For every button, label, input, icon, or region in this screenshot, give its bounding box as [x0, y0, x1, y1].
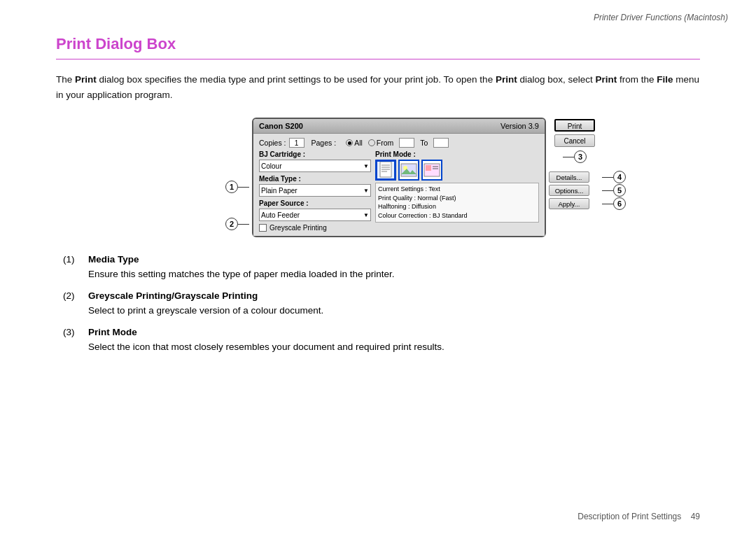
options-button[interactable]: Options... — [549, 185, 589, 196]
list-title-3: Print Mode — [88, 327, 137, 337]
dialog-titlebar: Canon S200 Version 3.9 — [253, 119, 545, 134]
media-value: Plain Paper — [261, 187, 298, 195]
page-title: Print Dialog Box — [56, 35, 700, 53]
bold-file: File — [657, 74, 673, 85]
list-content-1: Media Type Ensure this setting matches t… — [88, 253, 700, 282]
footer-text: Description of Print Settings — [578, 512, 681, 521]
from-input[interactable] — [399, 138, 414, 148]
bold-print-1: Print — [75, 74, 97, 85]
copies-input[interactable]: 1 — [289, 138, 304, 148]
print-cancel-buttons: Print Cancel — [554, 119, 595, 147]
callout-2-container: 2 — [225, 218, 249, 230]
bold-print-3: Print — [595, 74, 617, 85]
callout-4-line — [602, 177, 613, 178]
callout-6-line — [602, 204, 613, 204]
all-radio-dot — [346, 139, 353, 146]
print-dialog-box: Canon S200 Version 3.9 Print Cancel Copi… — [252, 118, 546, 237]
cartridge-arrow-icon: ▼ — [363, 163, 369, 169]
from-radio-dot — [368, 139, 375, 146]
list-title-1: Media Type — [88, 254, 139, 265]
callout-2-line — [238, 224, 249, 225]
callout-5-line — [602, 190, 613, 191]
dialog-body: Copies : 1 Pages : All From — [253, 134, 545, 236]
greyscale-row: Greyscale Printing — [259, 224, 371, 232]
paper-source-label: Paper Source : — [259, 199, 371, 207]
title-divider — [56, 59, 700, 59]
colour-correction-text: Colour Correction : BJ Standard — [378, 211, 536, 220]
dialog-title-right: Version 3.9 — [500, 122, 539, 130]
cancel-button[interactable]: Cancel — [554, 134, 595, 147]
halftoning-text: Halftoning : Diffusion — [378, 202, 536, 211]
list-body-3: Select the icon that most closely resemb… — [88, 342, 444, 352]
list-body-1: Ensure this setting matches the type of … — [88, 269, 395, 279]
bold-print-2: Print — [496, 74, 517, 85]
mode-icon-photo[interactable] — [398, 160, 419, 181]
to-label: To — [420, 139, 428, 147]
page-header: Printer Driver Functions (Macintosh) — [594, 13, 728, 22]
paper-value: Auto Feeder — [261, 211, 300, 219]
to-input[interactable] — [433, 138, 449, 148]
paper-source-select[interactable]: Auto Feeder ▼ — [259, 209, 371, 221]
dialog-title-left: Canon S200 — [259, 122, 303, 130]
list-num-2: (2) — [63, 289, 88, 318]
cartridge-printmode-row: BJ Cartridge : Colour ▼ 1 — [259, 150, 539, 232]
callout-6-container: 6 — [602, 197, 626, 210]
list-item-1: (1) Media Type Ensure this setting match… — [63, 253, 700, 282]
list-body-2: Select to print a greyscale version of a… — [88, 305, 323, 316]
cartridge-value: Colour — [261, 162, 281, 170]
illus-wrapper: Canon S200 Version 3.9 Print Cancel Copi… — [210, 118, 560, 237]
from-label: From — [377, 139, 394, 147]
action-buttons: Details... 4 Options... — [549, 171, 589, 209]
list-title-2: Greyscale Printing/Grayscale Printing — [88, 290, 258, 301]
left-column: BJ Cartridge : Colour ▼ 1 — [259, 150, 371, 232]
callout-3-container: 3 — [563, 150, 587, 163]
callout-5-circle: 5 — [613, 184, 626, 197]
pages-radio-group: All From To — [346, 138, 449, 148]
callout-4-container: 4 — [602, 171, 626, 183]
all-radio[interactable]: All — [346, 139, 363, 147]
list-item-2: (2) Greyscale Printing/Grayscale Printin… — [63, 289, 700, 318]
callout-2-circle: 2 — [225, 218, 238, 230]
numbered-list: (1) Media Type Ensure this setting match… — [63, 253, 700, 355]
callout-4-circle: 4 — [613, 171, 626, 183]
right-column: Print Mode : — [375, 150, 539, 232]
callout-6-circle: 6 — [613, 197, 626, 210]
list-item-3: (3) Print Mode Select the icon that most… — [63, 325, 700, 355]
media-type-select[interactable]: Plain Paper ▼ — [259, 184, 371, 197]
mode-icon-text[interactable] — [375, 160, 396, 181]
media-arrow-icon: ▼ — [363, 188, 369, 194]
greyscale-label: Greyscale Printing — [270, 224, 327, 232]
print-quality-text: Print Quality : Normal (Fast) — [378, 194, 536, 203]
list-num-3: (3) — [63, 325, 88, 355]
copies-pages-row: Copies : 1 Pages : All From — [259, 138, 539, 148]
print-mode-label: Print Mode : — [375, 150, 539, 158]
list-content-3: Print Mode Select the icon that most clo… — [88, 325, 700, 355]
svg-rect-5 — [401, 164, 416, 176]
current-settings-box: Current Settings : Text Print Quality : … — [375, 183, 539, 222]
main-content: Print Dialog Box The Print dialog box sp… — [56, 35, 700, 362]
current-settings-label: Current Settings : Text — [378, 185, 536, 194]
footer-page: 49 — [691, 512, 700, 521]
callout-1-line — [238, 187, 249, 188]
svg-rect-9 — [426, 165, 431, 171]
details-button[interactable]: Details... — [549, 171, 589, 183]
all-label: All — [354, 139, 363, 147]
page-footer: Description of Print Settings 49 — [578, 512, 700, 521]
pages-label: Pages : — [312, 139, 337, 147]
list-content-2: Greyscale Printing/Grayscale Printing Se… — [88, 289, 700, 318]
print-mode-icons — [375, 160, 539, 181]
callout-3-line — [563, 157, 574, 157]
callout-3-circle: 3 — [574, 150, 587, 163]
copies-label: Copies : — [259, 139, 286, 147]
media-type-label: Media Type : — [259, 175, 371, 183]
callout-1-circle: 1 — [225, 181, 238, 193]
from-radio[interactable]: From — [368, 139, 394, 147]
intro-paragraph: The Print dialog box specifies the media… — [56, 72, 700, 102]
list-num-1: (1) — [63, 253, 88, 282]
callout-1-container: 1 — [225, 181, 249, 193]
apply-button[interactable]: Apply... — [549, 198, 589, 209]
cartridge-select[interactable]: Colour ▼ — [259, 160, 371, 172]
greyscale-checkbox[interactable] — [259, 224, 267, 232]
mode-icon-mixed[interactable] — [421, 160, 442, 181]
print-button[interactable]: Print — [554, 119, 595, 132]
